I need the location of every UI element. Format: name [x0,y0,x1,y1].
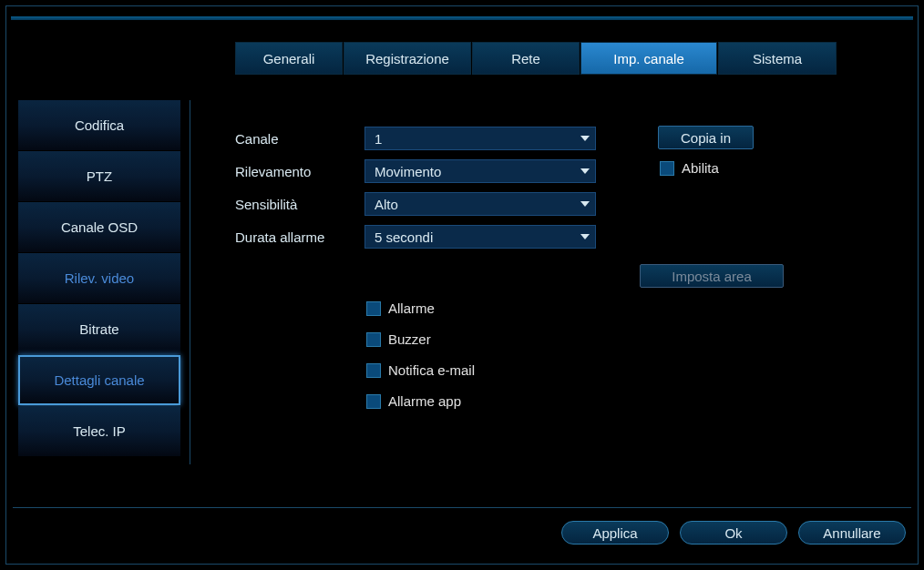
imposta-area-button[interactable]: Imposta area [640,264,784,288]
checkbox-icon [366,301,381,316]
checkbox-icon [366,363,381,378]
top-tabs: Generali Registrazione Rete Imp. canale … [235,42,837,75]
sidebar-item-telec-ip[interactable]: Telec. IP [18,406,180,456]
applica-button[interactable]: Applica [561,521,669,545]
sidebar-item-codifica[interactable]: Codifica [18,100,180,150]
sidebar-item-ptz[interactable]: PTZ [18,151,180,201]
checkbox-allarme[interactable]: Allarme [366,300,435,316]
chevron-down-icon [580,201,590,207]
checkbox-buzzer-label: Buzzer [388,331,431,347]
tab-sistema[interactable]: Sistema [718,42,837,75]
select-durata-value: 5 secondi [375,229,433,245]
label-rilevamento: Rilevamento [235,164,364,179]
sidebar-item-dettagli-canale[interactable]: Dettagli canale [18,355,180,405]
row-durata: Durata allarme 5 secondi [235,224,596,249]
annullare-button[interactable]: Annullare [798,521,906,545]
select-canale-value: 1 [375,131,382,147]
copia-in-button[interactable]: Copia in [658,126,754,149]
checkbox-icon [660,161,674,176]
row-sensibilita: Sensibilità Alto [235,191,596,217]
checkbox-icon [366,332,381,347]
chevron-down-icon [580,234,590,239]
label-durata: Durata allarme [235,229,364,245]
ok-button[interactable]: Ok [680,521,787,545]
row-rilevamento: Rilevamento Movimento [235,158,596,184]
tab-registrazione[interactable]: Registrazione [344,42,471,75]
select-durata[interactable]: 5 secondi [364,225,596,249]
chevron-down-icon [580,168,590,174]
sidebar-divider [190,100,190,464]
select-canale[interactable]: 1 [364,127,596,150]
select-rilevamento[interactable]: Movimento [364,159,596,183]
select-sensibilita[interactable]: Alto [364,192,596,216]
row-canale: Canale 1 [235,126,596,151]
checkbox-allarme-label: Allarme [388,300,435,316]
top-accent-bar [11,16,913,20]
checkbox-notifica-email[interactable]: Notifica e-mail [366,362,475,378]
checkbox-abilita[interactable]: Abilita [660,160,719,176]
label-sensibilita: Sensibilità [235,197,364,212]
bottom-button-bar: Applica Ok Annullare [561,521,906,545]
checkbox-email-label: Notifica e-mail [388,362,475,378]
tab-imp-canale[interactable]: Imp. canale [580,42,717,75]
tab-rete[interactable]: Rete [472,42,580,75]
form-area: Canale 1 Rilevamento Movimento Sensibili… [235,126,596,257]
sidebar-item-rilev-video[interactable]: Rilev. video [18,253,180,303]
chevron-down-icon [580,136,590,141]
checkbox-buzzer[interactable]: Buzzer [366,331,431,347]
checkbox-app-label: Allarme app [388,393,461,409]
sidebar-item-canale-osd[interactable]: Canale OSD [18,202,180,252]
checkbox-icon [366,394,381,409]
checkbox-abilita-label: Abilita [682,160,719,176]
sidebar: Codifica PTZ Canale OSD Rilev. video Bit… [18,100,180,457]
bottom-divider [13,507,911,508]
label-canale: Canale [235,131,364,147]
tab-generali[interactable]: Generali [235,42,343,75]
sidebar-item-bitrate[interactable]: Bitrate [18,304,180,354]
select-sensibilita-value: Alto [375,197,398,212]
select-rilevamento-value: Movimento [375,164,441,179]
checkbox-allarme-app[interactable]: Allarme app [366,393,461,409]
